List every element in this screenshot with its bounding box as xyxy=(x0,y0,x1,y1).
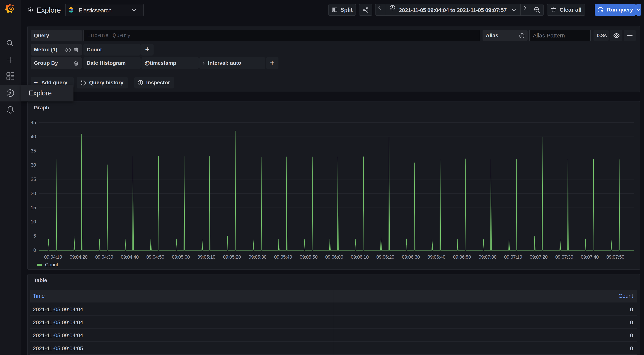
svg-text:09:05:10: 09:05:10 xyxy=(198,254,215,260)
svg-text:09:07:40: 09:07:40 xyxy=(581,254,599,260)
svg-text:0: 0 xyxy=(33,247,36,253)
svg-text:09:07:30: 09:07:30 xyxy=(555,254,573,260)
svg-text:40: 40 xyxy=(31,134,36,139)
svg-text:09:05:20: 09:05:20 xyxy=(223,254,241,260)
svg-text:09:07:00: 09:07:00 xyxy=(478,254,496,260)
svg-text:09:04:30: 09:04:30 xyxy=(95,254,113,260)
svg-text:09:07:10: 09:07:10 xyxy=(504,254,522,260)
svg-text:45: 45 xyxy=(31,119,36,125)
svg-text:30: 30 xyxy=(31,162,36,168)
svg-text:09:06:20: 09:06:20 xyxy=(376,254,394,260)
svg-text:09:07:20: 09:07:20 xyxy=(530,254,548,260)
svg-text:09:06:50: 09:06:50 xyxy=(453,254,471,260)
svg-text:09:06:30: 09:06:30 xyxy=(402,254,420,260)
svg-text:09:04:20: 09:04:20 xyxy=(70,254,88,260)
svg-text:35: 35 xyxy=(31,148,36,154)
svg-text:15: 15 xyxy=(31,205,36,210)
svg-text:25: 25 xyxy=(31,176,36,182)
svg-text:09:05:30: 09:05:30 xyxy=(248,254,266,260)
svg-text:09:05:40: 09:05:40 xyxy=(274,254,292,260)
svg-text:20: 20 xyxy=(31,190,36,196)
svg-text:5: 5 xyxy=(33,233,36,239)
svg-text:Count: Count xyxy=(45,262,58,268)
svg-text:09:04:10: 09:04:10 xyxy=(44,254,62,260)
svg-text:09:07:50: 09:07:50 xyxy=(606,254,624,260)
svg-text:09:04:50: 09:04:50 xyxy=(146,254,164,260)
svg-text:09:05:00: 09:05:00 xyxy=(172,254,190,260)
svg-text:10: 10 xyxy=(31,219,36,225)
svg-text:09:06:40: 09:06:40 xyxy=(428,254,446,260)
svg-text:09:06:10: 09:06:10 xyxy=(351,254,369,260)
svg-text:09:05:50: 09:05:50 xyxy=(300,254,318,260)
svg-text:09:04:40: 09:04:40 xyxy=(121,254,139,260)
svg-text:09:06:00: 09:06:00 xyxy=(325,254,343,260)
